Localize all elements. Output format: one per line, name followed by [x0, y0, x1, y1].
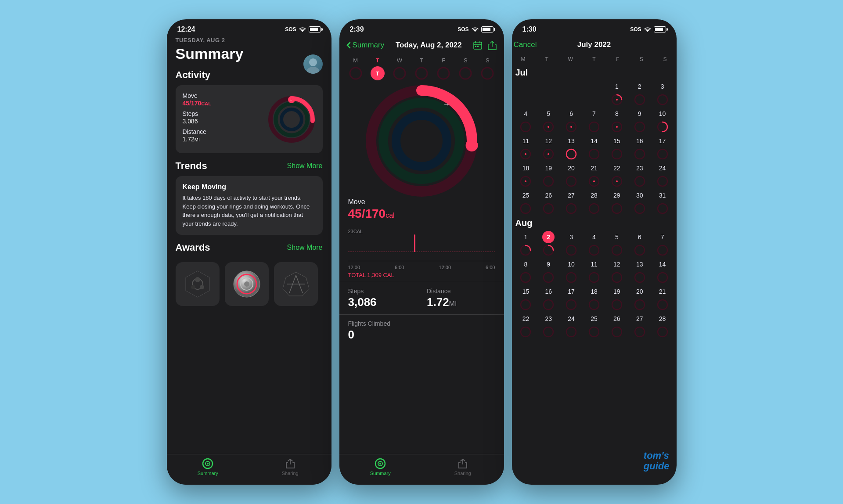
- cal-day-jul-17[interactable]: 17: [652, 135, 673, 160]
- sos-label-3: SOS: [630, 26, 641, 32]
- day-col-1[interactable]: T T: [371, 57, 385, 80]
- cal-day-jul-9[interactable]: 9: [629, 108, 650, 133]
- cal-day-jul-16[interactable]: 16: [629, 135, 650, 160]
- day-col-4[interactable]: F: [436, 57, 450, 80]
- activity-card[interactable]: Move 45/170CAL Steps 3,086 Distance 1.72…: [176, 85, 323, 153]
- cal-day-jul-18[interactable]: 18: [515, 162, 537, 187]
- tab-sharing-2[interactable]: Sharing: [422, 458, 504, 476]
- trends-card-text: It takes 180 days of activity to start y…: [183, 194, 316, 228]
- cal-day-jul-24[interactable]: 24: [652, 162, 673, 187]
- ring-jul-19: [542, 175, 555, 187]
- cal-day-aug-19[interactable]: 19: [606, 285, 627, 311]
- cal-day-jul-6[interactable]: 6: [561, 108, 582, 133]
- trends-show-more[interactable]: Show More: [287, 162, 323, 170]
- tab-summary-2[interactable]: Summary: [339, 458, 422, 476]
- cal-day-aug-8[interactable]: 8: [515, 258, 537, 284]
- back-chevron-icon: [346, 42, 351, 49]
- calendar-icon[interactable]: [473, 40, 483, 50]
- status-icons-1: SOS: [285, 26, 321, 32]
- cal-day-jul-19[interactable]: 19: [538, 162, 559, 187]
- cal-day-jul-23[interactable]: 23: [629, 162, 650, 187]
- cal-day-jul-1[interactable]: 1: [606, 80, 627, 106]
- cal-day-jul-5[interactable]: 5: [538, 108, 559, 133]
- cal-day-jul-15[interactable]: 15: [606, 135, 627, 160]
- cal-day-jul-8[interactable]: 8: [606, 108, 627, 133]
- cal-day-aug-13[interactable]: 13: [629, 258, 650, 284]
- trends-card[interactable]: Keep Moving It takes 180 days of activit…: [176, 176, 323, 235]
- cal-day-jul-10[interactable]: 10: [652, 108, 673, 133]
- cal-day-jul-2[interactable]: 2: [629, 80, 650, 106]
- share-icon[interactable]: [488, 40, 497, 50]
- cal-day-aug-15[interactable]: 15: [515, 285, 537, 311]
- cal-day-jul-12[interactable]: 12: [538, 135, 559, 160]
- ring-jul-23: [634, 175, 646, 187]
- cal-day-jul-13[interactable]: 13: [561, 135, 582, 160]
- day-col-3[interactable]: T: [414, 57, 429, 80]
- awards-show-more[interactable]: Show More: [287, 244, 323, 252]
- cal-day-jul-20[interactable]: 20: [561, 162, 582, 187]
- cal-day-jul-29[interactable]: 29: [606, 189, 627, 215]
- cal-day-aug-3[interactable]: 3: [561, 231, 582, 256]
- cal-day-jul-30[interactable]: 30: [629, 189, 650, 215]
- day-col-6[interactable]: S: [480, 57, 494, 80]
- cal-day-jul-25[interactable]: 25: [515, 189, 537, 215]
- day-col-5[interactable]: S: [458, 57, 472, 80]
- cal-day-aug-28[interactable]: 28: [652, 313, 673, 338]
- cal-day-aug-1[interactable]: 1: [515, 231, 537, 256]
- cal-day-jul-31[interactable]: 31: [652, 189, 673, 215]
- cal-day-aug-16[interactable]: 16: [538, 285, 559, 311]
- cal-day-aug-23[interactable]: 23: [538, 313, 559, 338]
- ring-aug-1: [519, 244, 532, 256]
- ring-aug-7: [656, 244, 669, 256]
- cal-day-aug-4[interactable]: 4: [584, 231, 605, 256]
- activity-title: Activity: [176, 69, 210, 81]
- cal-day-jul-11[interactable]: 11: [515, 135, 537, 160]
- cal-day-aug-21[interactable]: 21: [652, 285, 673, 311]
- cal-day-jul-26[interactable]: 26: [538, 189, 559, 215]
- cal-day-aug-11[interactable]: 11: [584, 258, 605, 284]
- calendar-cancel-button[interactable]: Cancel: [514, 40, 537, 49]
- cal-day-jul-3[interactable]: 3: [652, 80, 673, 106]
- cal-day-aug-18[interactable]: 18: [584, 285, 605, 311]
- svg-point-58: [589, 122, 599, 132]
- cal-day-jul-7[interactable]: 7: [584, 108, 605, 133]
- svg-point-108: [544, 300, 553, 310]
- tab-sharing-1[interactable]: Sharing: [249, 458, 331, 476]
- cal-day-jul-21[interactable]: 21: [584, 162, 605, 187]
- cal-day-aug-14[interactable]: 14: [652, 258, 673, 284]
- day-ring-thu: [414, 66, 429, 80]
- cal-day-jul-14[interactable]: 14: [584, 135, 605, 160]
- cal-day-jul-4[interactable]: 4: [515, 108, 537, 133]
- tab-summary-1[interactable]: Summary: [167, 458, 249, 476]
- award-2[interactable]: [225, 262, 269, 306]
- cal-day-jul-28[interactable]: 28: [584, 189, 605, 215]
- cal-day-aug-7[interactable]: 7: [652, 231, 673, 256]
- nav-back-button[interactable]: Summary: [346, 41, 385, 50]
- cal-day-aug-24[interactable]: 24: [561, 313, 582, 338]
- cal-day-aug-6[interactable]: 6: [629, 231, 650, 256]
- cal-day-aug-5[interactable]: 5: [606, 231, 627, 256]
- cal-day-jul-22[interactable]: 22: [606, 162, 627, 187]
- cal-day-aug-27[interactable]: 27: [629, 313, 650, 338]
- cal-day-aug-2[interactable]: 2: [538, 231, 559, 256]
- svg-point-57: [570, 126, 572, 128]
- user-avatar[interactable]: [303, 54, 323, 74]
- svg-point-89: [635, 204, 645, 213]
- day-col-0[interactable]: M: [349, 57, 363, 80]
- cal-day-aug-9[interactable]: 9: [538, 258, 559, 284]
- cal-day-aug-12[interactable]: 12: [606, 258, 627, 284]
- cal-day-aug-20[interactable]: 20: [629, 285, 650, 311]
- day-col-2[interactable]: W: [393, 57, 407, 80]
- summary-tab-icon-1: [202, 458, 213, 469]
- cal-day-jul-27[interactable]: 27: [561, 189, 582, 215]
- cal-day-aug-26[interactable]: 26: [606, 313, 627, 338]
- svg-point-1: [309, 58, 317, 66]
- distance-stat-label: Distance: [427, 288, 495, 295]
- cal-day-aug-25[interactable]: 25: [584, 313, 605, 338]
- cal-day-aug-10[interactable]: 10: [561, 258, 582, 284]
- award-1[interactable]: [176, 262, 220, 306]
- cal-day-aug-17[interactable]: 17: [561, 285, 582, 311]
- award-3[interactable]: [274, 262, 318, 306]
- cal-day-aug-22[interactable]: 22: [515, 313, 537, 338]
- svg-point-13: [200, 285, 204, 289]
